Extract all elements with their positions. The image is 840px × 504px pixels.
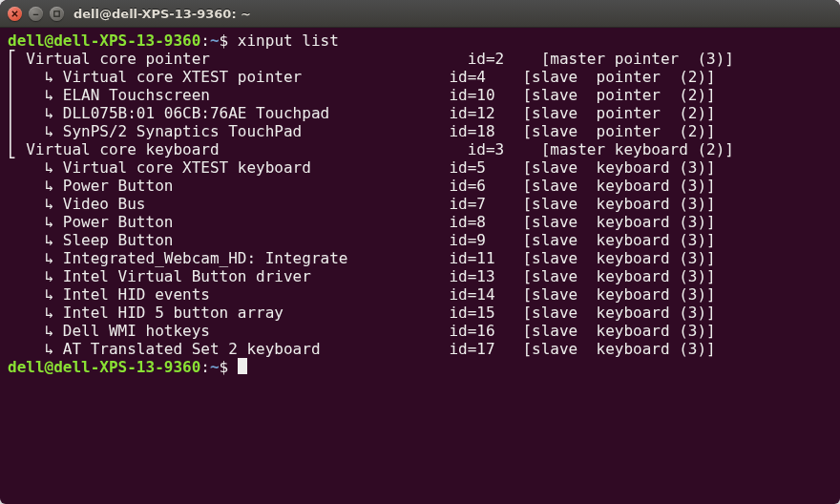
terminal-window: dell@dell-XPS-13-9360: ~ dell@dell-XPS-1… [0, 0, 840, 504]
device-line: ↳ Intel HID 5 button array id=15 [slave … [8, 304, 716, 322]
device-line: ↳ Dell WMI hotkeys id=16 [slave keyboard… [8, 322, 716, 340]
device-line: ↳ Power Button id=6 [slave keyboard (3)] [8, 177, 716, 195]
prompt-path: ~ [210, 358, 220, 376]
prompt-userhost: dell@dell-XPS-13-9360 [8, 32, 200, 50]
device-line: ↳ AT Translated Set 2 keyboard id=17 [sl… [8, 340, 716, 358]
svg-rect-0 [54, 10, 59, 15]
device-line: ⎣ Virtual core keyboard id=3 [master key… [8, 140, 734, 158]
window-title: dell@dell-XPS-13-9360: ~ [74, 7, 251, 21]
window-buttons [8, 7, 64, 21]
prompt-dollar: $ [220, 32, 238, 50]
device-line: ↳ Sleep Button id=9 [slave keyboard (3)] [8, 231, 716, 249]
minimize-icon[interactable] [29, 7, 43, 21]
device-line: ↳ Video Bus id=7 [slave keyboard (3)] [8, 195, 716, 213]
prompt-sep: : [200, 358, 210, 376]
device-line: ↳ Power Button id=8 [slave keyboard (3)] [8, 213, 716, 231]
prompt-sep: : [200, 32, 210, 50]
device-line: ⎜ ↳ DLL075B:01 06CB:76AE Touchpad id=12 … [8, 104, 716, 122]
cursor [238, 358, 247, 374]
device-line: ↳ Intel Virtual Button driver id=13 [sla… [8, 267, 716, 285]
titlebar[interactable]: dell@dell-XPS-13-9360: ~ [0, 0, 840, 28]
device-line: ⎜ ↳ SynPS/2 Synaptics TouchPad id=18 [sl… [8, 122, 716, 140]
close-icon[interactable] [8, 7, 22, 21]
prompt-dollar: $ [220, 358, 238, 376]
device-line: ⎜ ↳ ELAN Touchscreen id=10 [slave pointe… [8, 86, 716, 104]
device-line: ↳ Intel HID events id=14 [slave keyboard… [8, 285, 716, 304]
prompt-userhost: dell@dell-XPS-13-9360 [8, 358, 200, 376]
device-line: ↳ Virtual core XTEST keyboard id=5 [slav… [8, 158, 716, 177]
terminal-body[interactable]: dell@dell-XPS-13-9360:~$ xinput list ⎡ V… [0, 28, 840, 504]
maximize-icon[interactable] [50, 7, 64, 21]
prompt-path: ~ [210, 32, 220, 50]
device-line: ⎡ Virtual core pointer id=2 [master poin… [8, 50, 734, 68]
device-line: ↳ Integrated_Webcam_HD: Integrate id=11 … [8, 249, 716, 267]
typed-command: xinput list [238, 32, 339, 50]
device-line: ⎜ ↳ Virtual core XTEST pointer id=4 [sla… [8, 68, 716, 86]
